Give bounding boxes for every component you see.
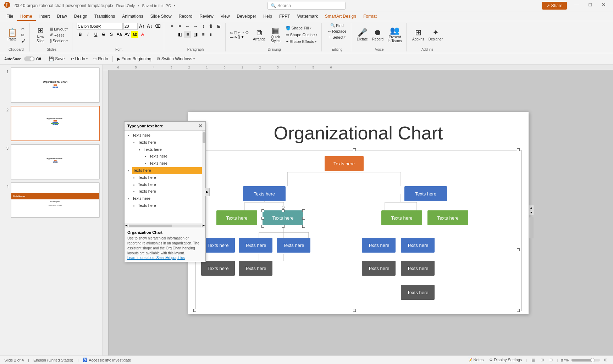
star-shape[interactable]: ★ <box>241 35 244 39</box>
tab-file[interactable]: File <box>3 12 17 21</box>
handle-ml[interactable] <box>261 217 264 220</box>
item-7[interactable]: Texts here <box>138 174 203 181</box>
normal-view-button[interactable]: ▦ <box>530 358 536 362</box>
save-button[interactable]: 💾 Save <box>47 56 66 62</box>
tab-fppt[interactable]: FPPT <box>276 12 294 21</box>
decrease-indent-button[interactable]: ← <box>184 23 191 30</box>
undo-button[interactable]: ↩ Undo ▾ <box>69 56 89 62</box>
redo-button[interactable]: ↪ Redo <box>92 56 110 62</box>
node-l3b[interactable]: Texts here <box>239 238 272 253</box>
layout-button[interactable]: ▦ Layout ▾ <box>48 26 69 32</box>
present-in-teams-button[interactable]: 👥 Presentin Teams <box>386 26 403 44</box>
slide-thumb-1[interactable]: 1 Organizational Chart T T T <box>3 67 100 103</box>
tab-format[interactable]: Format <box>360 12 380 21</box>
zoom-slider[interactable] <box>571 359 600 362</box>
share-button[interactable]: ↗ Share <box>542 2 567 10</box>
underline-button[interactable]: U <box>92 31 99 38</box>
node-l3a[interactable]: Texts here <box>201 238 235 253</box>
rotation-handle[interactable] <box>282 206 285 209</box>
node-l3c[interactable]: Texts here <box>277 238 310 253</box>
minimize-button[interactable]: — <box>571 2 582 10</box>
node-l1-left[interactable]: Texts here <box>243 186 286 201</box>
line-shape[interactable]: — <box>230 35 233 39</box>
node-l1-right[interactable]: Texts here <box>404 186 447 201</box>
scroll-thumb-vertical[interactable] <box>529 217 534 238</box>
tab-developer[interactable]: Developer <box>233 12 260 21</box>
quick-styles-button[interactable]: ▦ QuickStyles <box>269 26 283 44</box>
direction-button[interactable]: ⇅ <box>208 23 215 30</box>
find-button[interactable]: 🔍 Find <box>329 23 345 28</box>
overall-handle-br[interactable] <box>517 309 520 312</box>
node-l4b[interactable]: Texts here <box>239 261 272 276</box>
handle-tl[interactable] <box>261 209 264 212</box>
node-l2c[interactable]: Texts here <box>381 210 422 225</box>
reset-button[interactable]: ↺ Reset <box>48 32 69 38</box>
zoom-slider-thumb[interactable] <box>591 358 595 362</box>
font-spacing-button[interactable]: Av <box>123 31 131 38</box>
saved-dropdown-arrow[interactable]: ▾ <box>174 4 175 7</box>
node-l5a[interactable]: Texts here <box>401 285 435 300</box>
dictate-button[interactable]: 🎤 Dictate <box>355 28 369 42</box>
slide-img-1[interactable]: Organizational Chart T T T <box>11 67 100 103</box>
node-l2a[interactable]: Texts here <box>216 210 257 225</box>
bullets-button[interactable]: ≡ <box>169 23 176 30</box>
from-beginning-button[interactable]: ▶ From Beginning <box>116 56 153 62</box>
item-9[interactable]: Texts here <box>138 188 203 195</box>
panel-scrollbar-thumb[interactable] <box>203 132 205 143</box>
increase-indent-button[interactable]: → <box>192 23 199 30</box>
font-name-input[interactable] <box>77 23 123 30</box>
designer-button[interactable]: ✦ Designer <box>427 28 444 42</box>
cut-button[interactable]: ✂ <box>20 26 27 32</box>
handle-mr[interactable] <box>302 217 305 220</box>
pentagon-shape[interactable]: ⬠ <box>245 31 249 34</box>
slide-thumb-3[interactable]: 3 Organizational C... T T T T T T <box>3 144 100 180</box>
item-3[interactable]: Texts here <box>144 146 203 153</box>
tab-watermark[interactable]: Watermark <box>294 12 321 21</box>
handle-br[interactable] <box>302 225 305 228</box>
handle-tr[interactable] <box>302 209 305 212</box>
align-center-button[interactable]: ≡ <box>184 31 191 38</box>
font-grow-button[interactable]: A↑ <box>138 23 145 30</box>
node-l4d[interactable]: Texts here <box>401 261 435 276</box>
section-button[interactable]: § Section ▾ <box>48 38 69 43</box>
record-button[interactable]: ⏺ Record <box>371 28 385 42</box>
tab-view[interactable]: View <box>217 12 233 21</box>
node-l4c[interactable]: Texts here <box>362 261 396 276</box>
item-6[interactable]: Texts here <box>132 167 203 174</box>
bracket-shape[interactable]: {} <box>238 35 240 39</box>
rounded-rect-shape[interactable]: ▢ <box>234 31 237 34</box>
tab-slideshow[interactable]: Slide Show <box>147 12 175 21</box>
paste-button[interactable]: 📋 Paste <box>6 28 18 42</box>
tab-home[interactable]: Home <box>17 12 35 21</box>
fit-slide-button[interactable]: ⊞ <box>603 358 609 362</box>
align-left-button[interactable]: ◧ <box>176 31 183 38</box>
font-shrink-button[interactable]: A↓ <box>146 23 153 30</box>
item-1[interactable]: Texts here <box>132 132 203 139</box>
shadow-button[interactable]: S <box>108 31 115 38</box>
tab-review[interactable]: Review <box>196 12 217 21</box>
rect-shape[interactable]: ▭ <box>230 31 233 34</box>
line-spacing-button[interactable]: ↕ <box>200 23 207 30</box>
tab-transitions[interactable]: Transitions <box>91 12 118 21</box>
addins-button[interactable]: ⊞ Add-ins <box>411 28 426 42</box>
panel-desc-link[interactable]: Learn more about SmartArt graphics <box>127 256 203 260</box>
bold-button[interactable]: B <box>77 31 84 38</box>
item-4[interactable]: Texts here <box>149 153 203 160</box>
replace-button[interactable]: ↔ Replace <box>326 29 348 34</box>
curve-shape[interactable]: ∿ <box>234 35 237 39</box>
switch-windows-button[interactable]: ⧉ Switch Windows ▾ <box>156 56 196 62</box>
handle-tc[interactable] <box>282 209 285 212</box>
arrange-button[interactable]: ⧉ Arrange <box>252 28 267 42</box>
format-painter-button[interactable]: 🖌 <box>20 38 27 43</box>
align-justify-button[interactable]: ≡ <box>200 31 207 38</box>
accessibility-status[interactable]: ♿ Accessibility: Investigate <box>83 358 131 362</box>
slide-img-2[interactable]: Organizational C... T T T T T T T <box>11 106 100 141</box>
display-settings-button[interactable]: ⚙ Display Settings <box>488 358 523 362</box>
node-l3d[interactable]: Texts here <box>362 238 396 253</box>
panel-hscroll-thumb[interactable] <box>129 225 172 227</box>
scroll-up-button[interactable]: ▲ <box>529 205 534 210</box>
slide-sorter-button[interactable]: ⊞ <box>539 358 545 362</box>
smartart-convert-button[interactable]: ⊞ <box>215 23 222 30</box>
autosave-toggle[interactable]: Off <box>24 56 41 61</box>
highlight-button[interactable]: ab <box>131 31 138 38</box>
